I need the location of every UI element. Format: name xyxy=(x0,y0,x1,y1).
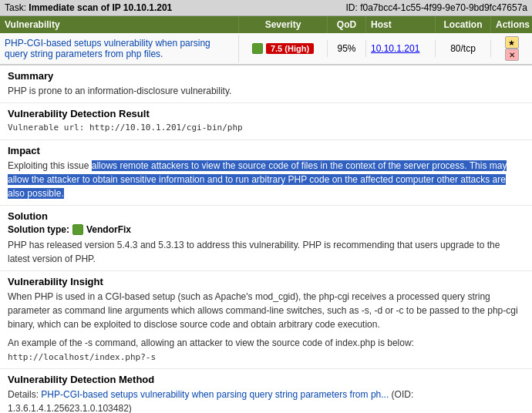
host-cell: 10.10.1.201 xyxy=(366,40,436,57)
vuln-link[interactable]: PHP-CGI-based setups vulnerability when … xyxy=(5,38,210,59)
col-header-qod: QoD xyxy=(328,16,366,33)
insight-text: When PHP is used in a CGI-based setup (s… xyxy=(8,290,524,331)
solution-section: Solution Solution type: VendorFix PHP ha… xyxy=(0,206,532,271)
location-value: 80/tcp xyxy=(450,43,476,54)
severity-value: 7.5 (High) xyxy=(266,43,314,54)
detection-method-title: Vulnerability Detection Method xyxy=(8,374,524,385)
qod-cell: 95% xyxy=(328,40,366,57)
col-header-host: Host xyxy=(366,16,436,33)
actions-cell: ★ ✕ xyxy=(491,33,532,64)
impact-section: Impact Exploiting this issue allows remo… xyxy=(0,140,532,206)
delete-action-icon[interactable]: ✕ xyxy=(505,49,519,61)
detection-method-link[interactable]: PHP-CGI-based setups vulnerability when … xyxy=(41,389,389,400)
vdr-text: Vulnerable url: http://10.10.1.201/cgi-b… xyxy=(8,122,524,135)
impact-text-before: Exploiting this issue xyxy=(8,160,92,171)
solution-type-value: VendorFix xyxy=(86,224,131,235)
detection-method-content: Details: PHP-CGI-based setups vulnerabil… xyxy=(8,388,524,413)
col-header-location: Location xyxy=(436,16,491,33)
insight-example-url: http://localhost/index.php?-s xyxy=(8,351,524,364)
insight-title: Vulnerability Insight xyxy=(8,276,524,287)
col-header-actions: Actions xyxy=(491,16,532,33)
id-label: ID: xyxy=(345,2,357,13)
detection-method-prefix: Details: xyxy=(8,389,41,400)
star-action-icon[interactable]: ★ xyxy=(505,36,519,49)
task-name: Immediate scan of IP 10.10.1.201 xyxy=(29,2,172,13)
task-bar: Task: Immediate scan of IP 10.10.1.201 I… xyxy=(0,0,532,16)
table-row: PHP-CGI-based setups vulnerability when … xyxy=(0,33,532,65)
col-header-severity: Severity xyxy=(239,16,328,33)
detail-area: Summary PHP is prone to an information-d… xyxy=(0,65,532,413)
solution-type-row: Solution type: VendorFix xyxy=(8,224,524,235)
id-value: f0a7bcc4-1c55-4f99-9e70-9bd9fc47657a xyxy=(360,2,527,13)
insight-example-label: An example of the -s command, allowing a… xyxy=(8,336,524,350)
solution-text: PHP has released version 5.4.3 and 5.3.1… xyxy=(8,238,524,266)
host-link[interactable]: 10.10.1.201 xyxy=(371,43,419,54)
col-header-vulnerability: Vulnerability xyxy=(0,16,239,33)
task-label: Task: xyxy=(5,2,26,13)
detection-method-section: Vulnerability Detection Method Details: … xyxy=(0,369,532,413)
summary-section: Summary PHP is prone to an information-d… xyxy=(0,65,532,103)
impact-title: Impact xyxy=(8,145,524,156)
solution-title: Solution xyxy=(8,210,524,222)
summary-text: PHP is prone to an information-disclosur… xyxy=(8,84,524,98)
impact-content: Exploiting this issue allows remote atta… xyxy=(8,159,524,200)
vdr-section: Vulnerability Detection Result Vulnerabl… xyxy=(0,103,532,140)
severity-check-icon xyxy=(252,43,263,54)
vendor-fix-icon xyxy=(72,224,83,235)
qod-value: 95% xyxy=(337,43,355,54)
solution-type-label: Solution type: xyxy=(8,224,69,235)
insight-section: Vulnerability Insight When PHP is used i… xyxy=(0,271,532,370)
table-header: Vulnerability Severity QoD Host Location… xyxy=(0,16,532,33)
vuln-cell: PHP-CGI-based setups vulnerability when … xyxy=(0,35,239,62)
severity-cell: 7.5 (High) xyxy=(239,40,328,57)
summary-title: Summary xyxy=(8,70,524,82)
location-cell: 80/tcp xyxy=(436,40,491,57)
vdr-title: Vulnerability Detection Result xyxy=(8,108,524,119)
